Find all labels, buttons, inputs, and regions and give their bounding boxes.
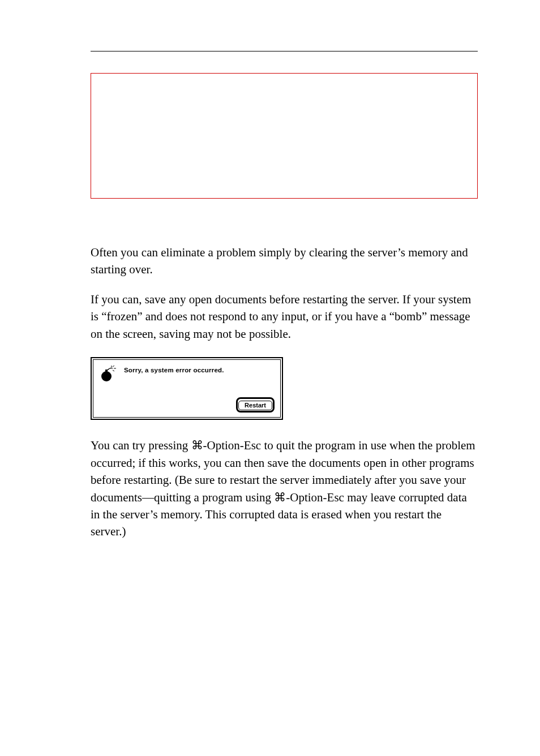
- p3-part-a: You can try pressing: [91, 439, 191, 452]
- paragraph-3: You can try pressing ⌘-Option-Esc to qui…: [91, 437, 478, 540]
- dialog-button-row: Restart: [99, 397, 275, 413]
- svg-point-0: [101, 371, 112, 381]
- restart-button[interactable]: Restart: [238, 401, 272, 410]
- system-error-dialog: Sorry, a system error occurred. Restart: [91, 357, 283, 420]
- dialog-message-row: Sorry, a system error occurred.: [99, 366, 275, 383]
- dialog-message: Sorry, a system error occurred.: [124, 366, 224, 373]
- command-key-icon: ⌘: [274, 491, 286, 504]
- paragraph-1: Often you can eliminate a problem simply…: [91, 244, 478, 278]
- paragraph-2: If you can, save any open documents befo…: [91, 291, 478, 342]
- warning-box: [91, 73, 478, 199]
- command-key-icon: ⌘: [191, 439, 203, 452]
- bomb-icon: [99, 366, 116, 383]
- error-dialog-figure: Sorry, a system error occurred. Restart: [91, 357, 478, 420]
- dialog-inner: Sorry, a system error occurred. Restart: [93, 359, 281, 418]
- svg-line-2: [113, 366, 114, 367]
- restart-button-frame: Restart: [236, 397, 275, 413]
- document-page: Often you can eliminate a problem simply…: [0, 0, 540, 756]
- svg-line-4: [113, 370, 114, 371]
- svg-rect-1: [105, 370, 108, 372]
- top-divider: [91, 51, 478, 51]
